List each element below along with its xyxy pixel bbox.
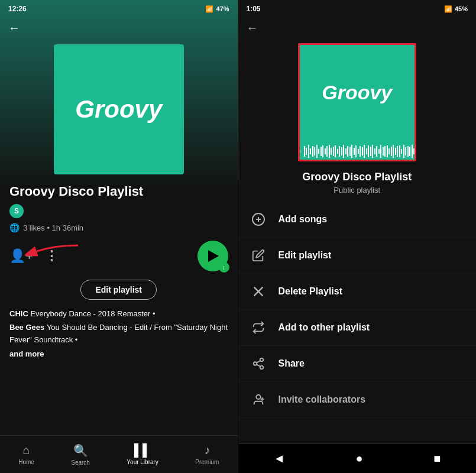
spotify-code-bar — [300, 140, 415, 161]
library-icon: ▌▌ — [134, 443, 151, 457]
edit-playlist-button[interactable]: Edit playlist — [80, 280, 157, 300]
track-item: Bee Gees You Should Be Dancing - Edit / … — [9, 322, 228, 346]
more-options-icon[interactable]: ⋮ — [45, 248, 58, 264]
album-art-right: Groovy — [298, 43, 416, 161]
status-icons-left: 📶 47% — [205, 5, 229, 13]
add-user-icon[interactable]: 👤+ — [9, 248, 33, 264]
add-to-other-label: Add to other playlist — [279, 322, 370, 333]
spotify-logo — [298, 145, 300, 158]
playlist-meta: S — [0, 204, 238, 221]
status-bar-left: 12:26 📶 47% — [0, 0, 238, 15]
add-songs-label: Add songs — [279, 214, 328, 225]
album-title-left: Groovy — [75, 95, 162, 124]
public-label: Public playlist — [238, 186, 477, 202]
nav-home-btn[interactable]: ● — [344, 447, 375, 470]
bottom-nav-right: ◄ ● ■ — [238, 443, 477, 473]
album-title-right: Groovy — [322, 81, 392, 104]
svg-point-9 — [260, 366, 263, 370]
shuffle-badge: ↕ — [219, 262, 229, 273]
track-name: Everybody Dance - 2018 Remaster • — [30, 309, 155, 318]
menu-item-edit-playlist[interactable]: Edit playlist — [238, 238, 477, 274]
time-right: 1:05 — [247, 5, 261, 13]
nav-your-library[interactable]: ▌▌ Your Library — [127, 443, 158, 465]
pencil-icon — [250, 247, 267, 264]
avatar: S — [9, 204, 24, 218]
bottom-nav-left: ⌂ Home 🔍 Search ▌▌ Your Library ♪ Premiu… — [0, 435, 238, 473]
menu-item-delete-playlist[interactable]: Delete Playlist — [238, 274, 477, 310]
delete-playlist-label: Delete Playlist — [279, 286, 343, 297]
signal-icon: 📶 — [205, 5, 213, 13]
home-icon: ⌂ — [22, 443, 30, 457]
nav-library-label: Your Library — [127, 459, 158, 465]
status-icons-right: 📶 45% — [444, 5, 468, 13]
person-plus-icon — [250, 391, 267, 408]
nav-home-label: Home — [18, 459, 34, 465]
album-art-inner: Groovy — [300, 45, 415, 140]
menu-item-share[interactable]: Share — [238, 346, 477, 382]
menu-item-invite-collaborators[interactable]: Invite collaborators — [238, 382, 477, 418]
back-button-right[interactable]: ← — [238, 15, 477, 38]
artist-name: CHIC — [9, 309, 30, 318]
album-art-container-right: Groovy — [238, 38, 477, 169]
and-more-label: and more — [9, 348, 228, 361]
left-panel: 12:26 📶 47% ← Groovy Groovy Disco Playli… — [0, 0, 238, 473]
track-item: CHIC Everybody Dance - 2018 Remaster • — [9, 308, 228, 320]
search-icon: 🔍 — [73, 443, 88, 458]
globe-icon: 🌐 — [9, 223, 20, 232]
battery-right: 45% — [455, 5, 468, 12]
status-bar-right: 1:05 📶 45% — [238, 0, 477, 15]
invite-collaborators-label: Invite collaborators — [279, 394, 366, 405]
nav-search-label: Search — [71, 459, 90, 466]
svg-line-11 — [256, 361, 260, 363]
battery-left: 47% — [216, 5, 229, 12]
svg-point-12 — [256, 395, 260, 399]
barcode-lines — [304, 145, 416, 158]
share-label: Share — [279, 358, 305, 369]
svg-point-7 — [260, 358, 263, 362]
back-button-left[interactable]: ← — [0, 15, 238, 38]
playlist-title-left: Groovy Disco Playlist — [0, 184, 238, 204]
signal-icon-right: 📶 — [444, 5, 452, 13]
nav-premium[interactable]: ♪ Premium — [195, 443, 219, 465]
menu-list: Add songs Edit playlist Delete Playlist — [238, 202, 477, 443]
right-panel: 1:05 📶 45% ← Groovy — [238, 0, 477, 473]
stats-text: 3 likes • 1h 36min — [23, 223, 83, 232]
controls-row: 👤+ ⋮ ↕ — [0, 238, 238, 277]
track-list: CHIC Everybody Dance - 2018 Remaster • B… — [0, 308, 238, 361]
artist-name: Bee Gees — [9, 323, 47, 332]
nav-home[interactable]: ⌂ Home — [18, 443, 34, 465]
svg-line-10 — [256, 364, 260, 367]
nav-search[interactable]: 🔍 Search — [71, 443, 90, 466]
edit-playlist-label: Edit playlist — [279, 250, 332, 261]
premium-icon: ♪ — [204, 443, 210, 457]
time-left: 12:26 — [8, 5, 27, 13]
nav-square-btn[interactable]: ■ — [422, 447, 452, 470]
arrows-swap-icon — [250, 319, 267, 336]
menu-item-add-to-other[interactable]: Add to other playlist — [238, 310, 477, 346]
nav-premium-label: Premium — [195, 459, 219, 465]
play-button[interactable]: ↕ — [197, 241, 228, 271]
playlist-stats: 🌐 3 likes • 1h 36min — [0, 221, 238, 238]
album-art-left: Groovy — [54, 44, 184, 174]
menu-item-add-songs[interactable]: Add songs — [238, 202, 477, 238]
plus-circle-icon — [250, 211, 267, 228]
playlist-title-right: Groovy Disco Playlist — [238, 169, 477, 186]
svg-point-8 — [253, 362, 257, 365]
share-icon — [250, 355, 267, 372]
x-mark-icon — [250, 283, 267, 300]
nav-back-btn[interactable]: ◄ — [261, 447, 297, 470]
